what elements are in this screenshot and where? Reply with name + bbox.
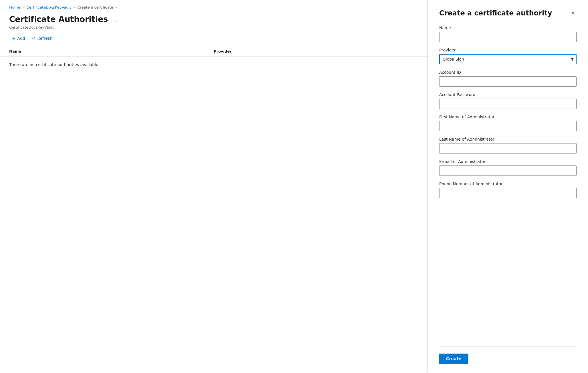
column-provider-header: Provider xyxy=(214,49,231,53)
breadcrumb-sep-3: > xyxy=(115,5,118,9)
breadcrumb-sep-1: > xyxy=(22,5,25,9)
refresh-icon: ↺ xyxy=(32,36,36,41)
provider-select-wrapper: GlobalSign DigiCert ▼ xyxy=(439,54,577,64)
account-password-field-group: Account Password xyxy=(439,92,577,109)
email-input[interactable] xyxy=(439,165,577,176)
email-label: E-mail of Administrator xyxy=(439,159,577,164)
name-label: Name xyxy=(439,25,577,30)
add-label: Add xyxy=(17,36,25,41)
breadcrumb-home[interactable]: Home xyxy=(9,5,20,9)
last-name-field-group: Last Name of Administrator xyxy=(439,137,577,153)
close-button[interactable]: × xyxy=(570,9,577,17)
toolbar: + Add ↺ Refresh xyxy=(0,29,427,43)
first-name-field-group: First Name of Administrator xyxy=(439,115,577,131)
side-panel-header: Create a certificate authority × xyxy=(439,9,577,17)
page-title: Certificate Authorities xyxy=(9,15,108,24)
table-header: Name Provider xyxy=(0,46,427,57)
account-password-input[interactable] xyxy=(439,99,577,109)
account-password-label: Account Password xyxy=(439,92,577,97)
provider-label: Provider xyxy=(439,48,577,52)
create-button[interactable]: Create xyxy=(439,354,468,364)
empty-state-message: There are no certificate authorities ava… xyxy=(0,57,427,73)
breadcrumb-sep-2: > xyxy=(73,5,76,9)
page-header: Certificate Authorities ... CertificateD… xyxy=(0,12,427,29)
last-name-label: Last Name of Administrator xyxy=(439,137,577,141)
phone-field-group: Phone Number of Administrator xyxy=(439,181,577,198)
breadcrumb: Home > CertificateDocsKeyVault > Create … xyxy=(0,0,427,12)
side-panel-footer: Create xyxy=(439,346,577,364)
phone-input[interactable] xyxy=(439,188,577,198)
page-subtitle: CertificateDocsKeyVault xyxy=(9,25,418,29)
account-id-input[interactable] xyxy=(439,76,577,87)
refresh-button[interactable]: ↺ Refresh xyxy=(29,34,55,43)
breadcrumb-create-cert: Create a certificate xyxy=(77,5,113,9)
last-name-input[interactable] xyxy=(439,143,577,153)
account-id-field-group: Account ID xyxy=(439,70,577,87)
first-name-label: First Name of Administrator xyxy=(439,115,577,119)
more-options-button[interactable]: ... xyxy=(111,15,121,24)
name-field-group: Name xyxy=(439,25,577,42)
account-id-label: Account ID xyxy=(439,70,577,75)
refresh-label: Refresh xyxy=(37,36,52,41)
email-field-group: E-mail of Administrator xyxy=(439,159,577,176)
add-button[interactable]: + Add xyxy=(9,34,28,43)
plus-icon: + xyxy=(12,36,16,41)
phone-label: Phone Number of Administrator xyxy=(439,181,577,186)
breadcrumb-keyvault[interactable]: CertificateDocsKeyVault xyxy=(26,5,71,9)
side-panel: Create a certificate authority × Name Pr… xyxy=(428,0,588,373)
first-name-input[interactable] xyxy=(439,121,577,131)
provider-select[interactable]: GlobalSign DigiCert xyxy=(439,54,577,64)
side-panel-title: Create a certificate authority xyxy=(439,9,570,17)
name-input[interactable] xyxy=(439,32,577,42)
provider-field-group: Provider GlobalSign DigiCert ▼ xyxy=(439,48,577,64)
form-body: Name Provider GlobalSign DigiCert ▼ Acco… xyxy=(439,25,577,346)
column-name-header: Name xyxy=(9,49,214,53)
